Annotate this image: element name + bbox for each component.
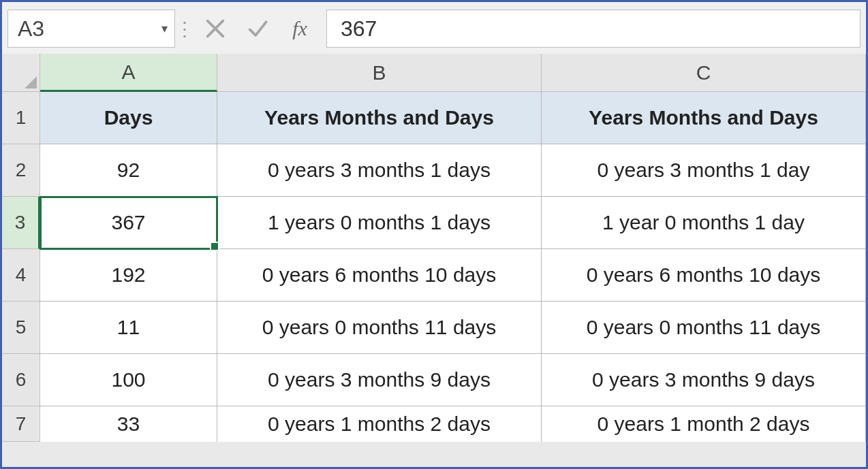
formula-input[interactable]: 367 [326, 10, 861, 48]
cell-c4[interactable]: 0 years 6 months 10 days [542, 249, 866, 302]
cancel-button[interactable] [194, 10, 236, 48]
cell-b3[interactable]: 1 years 0 months 1 days [217, 197, 542, 249]
accept-button[interactable] [236, 10, 279, 48]
insert-function-button[interactable]: fx [279, 10, 321, 48]
cell-b1[interactable]: Years Months and Days [217, 92, 542, 144]
cell-c6[interactable]: 0 years 3 months 9 days [542, 354, 866, 406]
excel-window: A3 ▾ ⋮ fx 367 A B C 1 Days Years Months [0, 0, 868, 469]
row-header-5[interactable]: 5 [2, 302, 40, 354]
table-row: 5 11 0 years 0 months 11 days 0 years 0 … [2, 302, 866, 354]
table-row: 6 100 0 years 3 months 9 days 0 years 3 … [2, 354, 866, 406]
column-header-b[interactable]: B [217, 54, 542, 92]
cell-a3[interactable]: 367 [40, 197, 217, 249]
table-row: 4 192 0 years 6 months 10 days 0 years 6… [2, 249, 866, 302]
name-box-dropdown-icon[interactable]: ▾ [161, 21, 168, 36]
cell-c3[interactable]: 1 year 0 months 1 day [542, 197, 866, 249]
x-icon [204, 17, 227, 40]
table-row: 1 Days Years Months and Days Years Month… [2, 92, 866, 144]
column-header-c[interactable]: C [542, 54, 866, 92]
row-header-6[interactable]: 6 [2, 354, 40, 406]
worksheet[interactable]: A B C 1 Days Years Months and Days Years… [2, 54, 866, 467]
cell-b4[interactable]: 0 years 6 months 10 days [217, 249, 542, 302]
cell-a7[interactable]: 33 [40, 406, 217, 442]
row-header-7[interactable]: 7 [2, 406, 40, 442]
formula-value: 367 [341, 16, 377, 42]
cell-a5[interactable]: 11 [40, 302, 217, 354]
name-box-value: A3 [18, 16, 44, 42]
table-row: 7 33 0 years 1 months 2 days 0 years 1 m… [2, 406, 866, 442]
fx-label: fx [292, 17, 307, 40]
row-header-1[interactable]: 1 [2, 92, 40, 144]
row-header-4[interactable]: 4 [2, 249, 40, 302]
select-all-corner[interactable] [2, 54, 40, 92]
cell-c2[interactable]: 0 years 3 months 1 day [542, 144, 866, 197]
row-header-2[interactable]: 2 [2, 144, 40, 197]
cell-c5[interactable]: 0 years 0 months 11 days [542, 302, 866, 354]
cell-b5[interactable]: 0 years 0 months 11 days [217, 302, 542, 354]
row-header-3[interactable]: 3 [2, 197, 40, 249]
cell-b6[interactable]: 0 years 3 months 9 days [217, 354, 542, 406]
cell-a1[interactable]: Days [40, 92, 217, 144]
cell-a2[interactable]: 92 [40, 144, 217, 197]
formula-bar-separator: ⋮ [175, 10, 194, 48]
table-row: 3 367 1 years 0 months 1 days 1 year 0 m… [2, 197, 866, 249]
cell-c7[interactable]: 0 years 1 month 2 days [542, 406, 866, 442]
name-box[interactable]: A3 ▾ [7, 10, 175, 48]
cell-a4[interactable]: 192 [40, 249, 217, 302]
column-header-a[interactable]: A [40, 54, 217, 92]
check-icon [246, 17, 269, 40]
cell-c1[interactable]: Years Months and Days [542, 92, 866, 144]
cell-b7[interactable]: 0 years 1 months 2 days [217, 406, 542, 442]
table-row: 2 92 0 years 3 months 1 days 0 years 3 m… [2, 144, 866, 197]
formula-bar: A3 ▾ ⋮ fx 367 [2, 2, 866, 54]
cell-b2[interactable]: 0 years 3 months 1 days [217, 144, 542, 197]
column-header-row: A B C [2, 54, 866, 92]
cell-a6[interactable]: 100 [40, 354, 217, 406]
